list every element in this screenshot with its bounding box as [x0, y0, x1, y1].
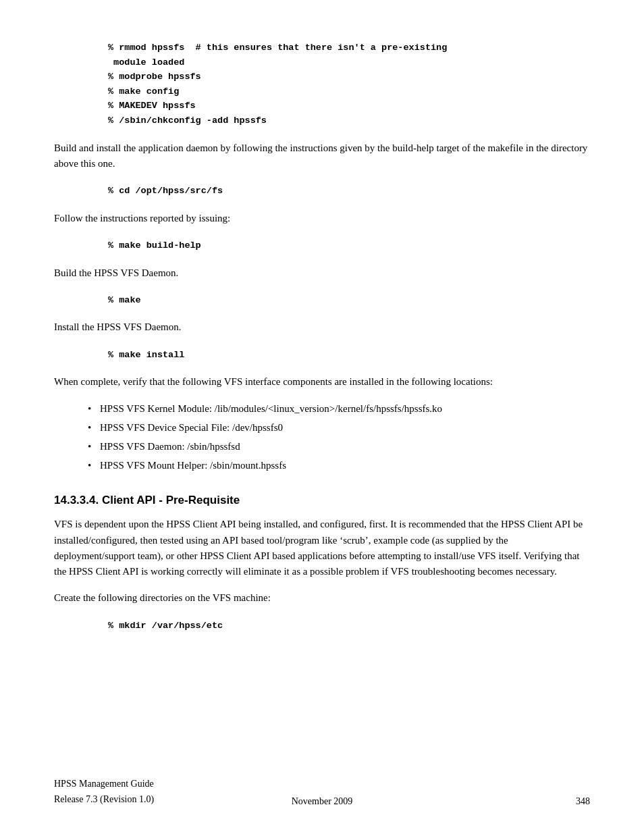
code-make-build-help: % make build-help — [108, 238, 590, 253]
list-item: HPSS VFS Mount Helper: /sbin/mount.hpssf… — [88, 457, 590, 473]
footer-left: HPSS Management Guide Release 7.3 (Revis… — [54, 777, 154, 807]
vfs-components-list: HPSS VFS Kernel Module: /lib/modules/<li… — [88, 400, 590, 473]
paragraph-when-complete: When complete, verify that the following… — [54, 374, 590, 390]
code-make-install: % make install — [108, 348, 590, 363]
code-cd-command: % cd /opt/hpss/src/fs — [108, 184, 590, 199]
page: % rmmod hpssfs # this ensures that there… — [0, 0, 644, 834]
paragraph-install-vfs-daemon: Install the HPSS VFS Daemon. — [54, 319, 590, 335]
code-mkdir: % mkdir /var/hpss/etc — [108, 619, 590, 633]
list-item: HPSS VFS Daemon: /sbin/hpssfsd — [88, 438, 590, 454]
code-block-rmmod: % rmmod hpssfs # this ensures that there… — [108, 41, 590, 128]
footer: HPSS Management Guide Release 7.3 (Revis… — [54, 777, 590, 807]
paragraph-section-intro: VFS is dependent upon the HPSS Client AP… — [54, 517, 590, 579]
list-item: HPSS VFS Device Special File: /dev/hpssf… — [88, 419, 590, 436]
paragraph-build-vfs-daemon: Build the HPSS VFS Daemon. — [54, 265, 590, 281]
code-make: % make — [108, 293, 590, 308]
section-heading-client-api: 14.3.3.4. Client API - Pre-Requisite — [54, 494, 590, 507]
footer-release: Release 7.3 (Revision 1.0) — [54, 792, 154, 807]
paragraph-follow-instructions: Follow the instructions reported by issu… — [54, 211, 590, 226]
footer-guide-name: HPSS Management Guide — [54, 777, 154, 791]
paragraph-build-install: Build and install the application daemon… — [54, 140, 590, 172]
footer-page-number: 348 — [576, 796, 590, 807]
paragraph-create-directories: Create the following directories on the … — [54, 590, 590, 606]
list-item: HPSS VFS Kernel Module: /lib/modules/<li… — [88, 400, 590, 417]
footer-date: November 2009 — [292, 796, 353, 807]
